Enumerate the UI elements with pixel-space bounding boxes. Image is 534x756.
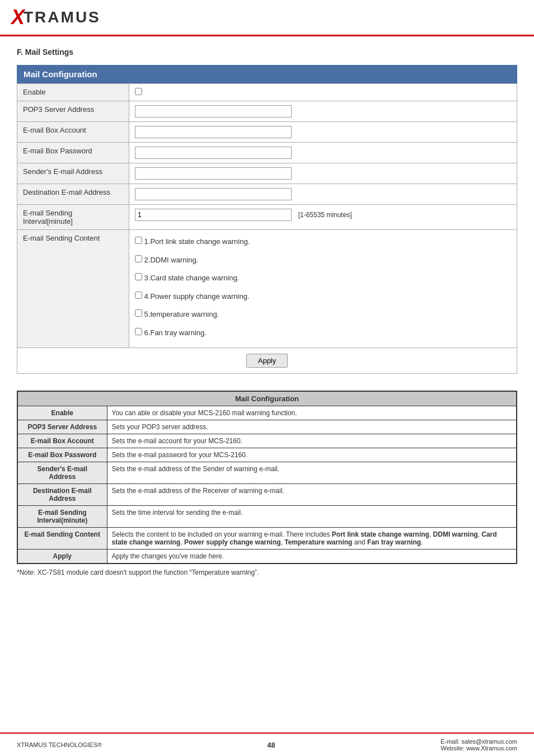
interval-hint: [1-65535 minutes] <box>298 211 352 219</box>
ref-col1-interval: E-mail SendingInterval(minute) <box>17 505 107 527</box>
table-row: E-mail Sending Content 1.Port link state… <box>17 230 517 348</box>
row-label-enable: Enable <box>17 84 129 101</box>
table-row: POP3 Server Address Sets your POP3 serve… <box>17 420 517 434</box>
row-label-account: E-mail Box Account <box>17 122 129 143</box>
table-row: E-mail Sending Interval[minute] [1-65535… <box>17 205 517 230</box>
row-label-destination: Destination E-mail Address <box>17 184 129 205</box>
content-checkbox-3[interactable] <box>135 273 142 280</box>
ref-table-header-row: Mail Configuration <box>17 391 517 406</box>
content-checkbox-1[interactable] <box>135 237 142 244</box>
row-label-pop3: POP3 Server Address <box>17 101 129 122</box>
pop3-server-input[interactable] <box>135 105 292 118</box>
ref-col1-apply: Apply <box>17 549 107 564</box>
ref-col1-password: E-mail Box Password <box>17 448 107 462</box>
page-footer: XTRAMUS TECHNOLOGIES® 48 E-mail: sales@x… <box>0 732 534 756</box>
content-item-5: 5.temperature warning. <box>135 307 511 323</box>
table-row: Enable <box>17 84 517 101</box>
ref-col2-sender: Sets the e-mail address of the Sender of… <box>107 462 517 483</box>
table-row: E-mail Box Account Sets the e-mail accou… <box>17 434 517 448</box>
content-checkbox-6[interactable] <box>135 328 142 335</box>
ref-col2-dest: Sets the e-mail address of the Receiver … <box>107 483 517 505</box>
row-value-password <box>129 143 517 163</box>
ref-table: Mail Configuration Enable You can able o… <box>17 391 517 564</box>
email-password-input[interactable] <box>135 147 292 159</box>
row-value-account <box>129 122 517 143</box>
row-value-interval: [1-65535 minutes] <box>129 205 517 230</box>
footer-website: Website: www.Xtramus.com <box>441 745 517 752</box>
sender-email-input[interactable] <box>135 167 292 180</box>
content-checkbox-2[interactable] <box>135 255 142 262</box>
row-label-sender: Sender's E-mail Address <box>17 163 129 184</box>
ref-col2-password: Sets the e-mail password for your MCS-21… <box>107 448 517 462</box>
footer-page-number: 48 <box>267 741 275 749</box>
apply-button[interactable]: Apply <box>246 354 288 368</box>
mail-config-form-header: Mail Configuration <box>17 65 517 83</box>
content-item-6: 6.Fan tray warning. <box>135 325 511 341</box>
footer-left: XTRAMUS TECHNOLOGIES® <box>17 741 102 748</box>
table-row: E-mail Box Password Sets the e-mail pass… <box>17 448 517 462</box>
ref-table-header: Mail Configuration <box>17 391 517 406</box>
footer-email: E-mail: sales@xtramus.com <box>441 738 517 745</box>
apply-row: Apply <box>17 348 517 373</box>
ref-col2-content: Selects the content to be included on yo… <box>107 527 517 549</box>
ref-table-wrapper: Mail Configuration Enable You can able o… <box>17 391 517 576</box>
main-content: F. Mail Settings Mail Configuration Enab… <box>0 48 534 576</box>
row-value-pop3 <box>129 101 517 122</box>
table-row: Destination E-mail Address <box>17 184 517 205</box>
table-row: Sender's E-mail Address <box>17 163 517 184</box>
ref-col1-account: E-mail Box Account <box>17 434 107 448</box>
row-value-content: 1.Port link state change warning. 2.DDMI… <box>129 230 517 348</box>
content-item-1: 1.Port link state change warning. <box>135 234 511 250</box>
ref-col2-account: Sets the e-mail account for your MCS-216… <box>107 434 517 448</box>
ref-col1-dest: Destination E-mailAddress <box>17 483 107 505</box>
logo-text: TRAMUS <box>24 8 101 26</box>
table-row: Sender's E-mailAddress Sets the e-mail a… <box>17 462 517 483</box>
ref-col2-apply: Apply the changes you've made here. <box>107 549 517 564</box>
enable-checkbox[interactable] <box>135 88 142 95</box>
apply-cell: Apply <box>17 348 517 373</box>
mail-config-form: Mail Configuration Enable POP3 Server Ad… <box>17 65 517 374</box>
row-label-interval: E-mail Sending Interval[minute] <box>17 205 129 230</box>
table-row: E-mail Box Password <box>17 143 517 163</box>
footer-right: E-mail: sales@xtramus.com Website: www.X… <box>441 738 517 752</box>
row-label-password: E-mail Box Password <box>17 143 129 163</box>
row-value-enable <box>129 84 517 101</box>
table-row: E-mail Box Account <box>17 122 517 143</box>
content-item-4: 4.Power supply change warning. <box>135 289 511 305</box>
section-title: F. Mail Settings <box>17 48 517 57</box>
table-row: Apply Apply the changes you've made here… <box>17 549 517 564</box>
row-value-sender <box>129 163 517 184</box>
ref-col2-pop3: Sets your POP3 server address. <box>107 420 517 434</box>
table-row: Enable You can able or disable your MCS-… <box>17 406 517 420</box>
row-value-destination <box>129 184 517 205</box>
page-header: X TRAMUS <box>0 0 534 36</box>
ref-col1-pop3: POP3 Server Address <box>17 420 107 434</box>
note-text: *Note: XC-7S81 module card doesn't suppo… <box>17 569 517 576</box>
email-account-input[interactable] <box>135 126 292 138</box>
content-checkbox-5[interactable] <box>135 309 142 317</box>
ref-col1-sender: Sender's E-mailAddress <box>17 462 107 483</box>
ref-col2-interval: Sets the time interval for sending the e… <box>107 505 517 527</box>
table-row: Destination E-mailAddress Sets the e-mai… <box>17 483 517 505</box>
table-row: POP3 Server Address <box>17 101 517 122</box>
content-item-3: 3.Card state change warning. <box>135 270 511 287</box>
content-checklist: 1.Port link state change warning. 2.DDMI… <box>135 234 511 341</box>
config-table: Enable POP3 Server Address E-mail Box Ac… <box>17 83 517 374</box>
destination-email-input[interactable] <box>135 188 292 200</box>
ref-col2-enable: You can able or disable your MCS-2160 ma… <box>107 406 517 420</box>
table-row: E-mail SendingInterval(minute) Sets the … <box>17 505 517 527</box>
row-label-content: E-mail Sending Content <box>17 230 129 348</box>
table-row: E-mail Sending Content Selects the conte… <box>17 527 517 549</box>
content-item-2: 2.DDMI warning. <box>135 252 511 269</box>
logo-x: X <box>11 6 24 29</box>
ref-col1-enable: Enable <box>17 406 107 420</box>
content-checkbox-4[interactable] <box>135 292 142 299</box>
ref-col1-content: E-mail Sending Content <box>17 527 107 549</box>
interval-input[interactable] <box>135 209 292 221</box>
